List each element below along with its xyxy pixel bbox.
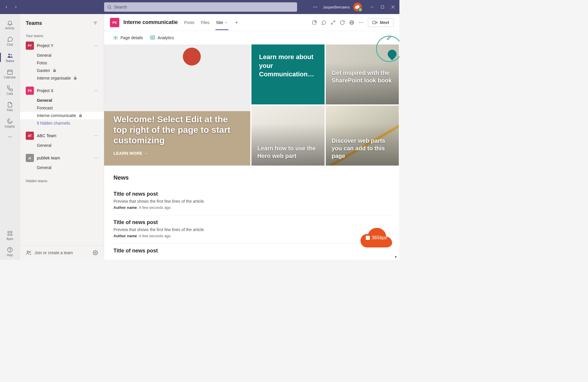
team-more-icon[interactable]: ⋯	[94, 133, 98, 138]
rail-chat[interactable]: Chat	[0, 33, 20, 49]
analytics-button[interactable]: Analytics	[150, 35, 174, 40]
channel[interactable]: Gasten 🔒︎	[20, 67, 104, 74]
search-box[interactable]	[104, 2, 297, 12]
title-bar: JasperBernaers	[0, 0, 399, 14]
team-row[interactable]: pt publiek team ⋯	[20, 152, 104, 164]
rail-calls[interactable]: Calls	[0, 82, 20, 98]
news-title: Title of news post	[113, 219, 390, 226]
tab-label: Site	[216, 20, 223, 25]
news-item[interactable]: Title of news post Preview that shows th…	[113, 187, 390, 215]
learn-more-link[interactable]: LEARN MORE →	[113, 151, 239, 156]
rail-more[interactable]	[0, 131, 20, 143]
tab-posts[interactable]: Posts	[184, 15, 195, 30]
content-area: PX Interne communicatie Posts Files Site	[104, 14, 399, 260]
tile-title: Discover web parts you can add to this p…	[332, 137, 393, 160]
channel[interactable]: General	[20, 51, 104, 59]
window-maximize[interactable]	[378, 3, 387, 11]
search-input[interactable]	[114, 5, 294, 9]
search-icon	[107, 5, 112, 9]
svg-marker-45	[376, 22, 377, 23]
window-close[interactable]	[389, 3, 397, 11]
svg-point-2	[313, 7, 314, 8]
hidden-channels[interactable]: 9 hidden channels	[20, 119, 104, 127]
page-details-button[interactable]: Page details	[113, 35, 143, 40]
team-row[interactable]: PX Project X ⋯	[20, 85, 104, 97]
svg-point-31	[95, 252, 96, 254]
join-create-label[interactable]: Join or create a team	[35, 250, 73, 255]
tab-site[interactable]: Site	[215, 15, 228, 30]
tile-title: Get inspired with the SharePoint look bo…	[332, 69, 393, 84]
channel-header: PX Interne communicatie Posts Files Site	[104, 14, 399, 31]
window-minimize[interactable]	[368, 3, 376, 11]
channel[interactable]: Forecast	[20, 104, 104, 112]
rail-activity[interactable]: Activity	[0, 16, 20, 33]
channel[interactable]: General	[20, 164, 104, 171]
tab-files[interactable]: Files	[200, 15, 210, 30]
team-more-icon[interactable]: ⋯	[94, 88, 98, 93]
rail-label: Calls	[6, 92, 13, 95]
edit-button[interactable]	[384, 33, 394, 43]
tips-label: 365tips	[372, 235, 387, 240]
hero-tile-howto[interactable]: Learn how to use the Hero web part	[251, 106, 325, 166]
hero-main-tile[interactable]: Welcome! Select Edit at the top right of…	[104, 44, 250, 166]
team-more-icon[interactable]: ⋯	[94, 43, 98, 48]
popout-icon[interactable]	[312, 20, 317, 25]
svg-line-1	[110, 8, 111, 9]
news-title: Title of news post	[113, 191, 390, 197]
tile-title: Learn how to use the Hero web part	[257, 144, 319, 160]
meet-button[interactable]: Meet	[368, 18, 394, 27]
teams-icon	[7, 52, 13, 59]
news-time: A few seconds ago	[139, 205, 171, 210]
chat-icon	[7, 36, 13, 42]
channel[interactable]: General	[20, 142, 104, 149]
app-rail: Activity Chat Teams Calendar Calls Files…	[0, 14, 20, 260]
hero-tile-webparts[interactable]: Discover web parts you can add to this p…	[326, 106, 399, 166]
channel[interactable]: Fotos	[20, 59, 104, 67]
rail-insights[interactable]: Insights	[0, 115, 20, 131]
rail-help[interactable]: Help	[0, 243, 20, 260]
filter-icon[interactable]	[93, 20, 98, 26]
svg-point-17	[11, 137, 12, 137]
chevron-down-icon	[224, 21, 228, 24]
gear-icon[interactable]	[93, 250, 98, 255]
rail-teams[interactable]: Teams	[0, 49, 20, 66]
channel[interactable]: Interne organisatie 🔒︎	[20, 74, 104, 82]
team-badge: PY	[26, 42, 34, 50]
svg-line-36	[333, 21, 335, 22]
channel-selected[interactable]: Interne communicatie 🔒︎	[20, 112, 104, 119]
more-icon[interactable]	[311, 3, 319, 11]
channel-title: Interne communicatie	[123, 19, 178, 25]
news-item[interactable]: Title of news post Preview that shows th…	[113, 215, 390, 244]
channel[interactable]: General	[20, 97, 104, 104]
globe-icon[interactable]	[349, 20, 354, 25]
team-name: Project Y	[37, 43, 54, 48]
rail-apps[interactable]: Apps	[0, 227, 20, 243]
scroll-down-icon[interactable]: ▾	[395, 254, 399, 259]
team-more-icon[interactable]: ⋯	[94, 156, 98, 160]
refresh-icon[interactable]	[340, 20, 345, 25]
rail-calendar[interactable]: Calendar	[0, 66, 20, 82]
page-subheader: Page details Analytics	[104, 31, 399, 44]
tab-add[interactable]	[234, 15, 239, 30]
reply-icon[interactable]	[321, 20, 326, 25]
more-icon[interactable]	[358, 20, 364, 25]
news-heading: News	[113, 174, 390, 181]
svg-rect-21	[10, 234, 12, 235]
svg-point-4	[316, 7, 317, 8]
channel-name: Interne organisatie	[37, 76, 71, 80]
back-button[interactable]	[2, 3, 11, 11]
hero-tile-teal[interactable]: Learn more about your Communication…	[251, 44, 325, 104]
team-row[interactable]: AT ABC Team ⋯	[20, 130, 104, 142]
news-item[interactable]: Title of news post	[113, 244, 390, 254]
hero-main-title: Welcome! Select Edit at the top right of…	[113, 114, 239, 146]
avatar[interactable]	[353, 3, 362, 11]
expand-icon[interactable]	[330, 20, 336, 25]
forward-button[interactable]	[12, 3, 20, 11]
gear-icon	[113, 35, 118, 40]
team-row[interactable]: PY Project Y ⋯	[20, 40, 104, 51]
meet-label: Meet	[380, 20, 389, 25]
svg-line-37	[331, 23, 333, 24]
apps-icon	[7, 230, 13, 237]
rail-files[interactable]: Files	[0, 98, 20, 115]
video-icon	[372, 20, 377, 25]
